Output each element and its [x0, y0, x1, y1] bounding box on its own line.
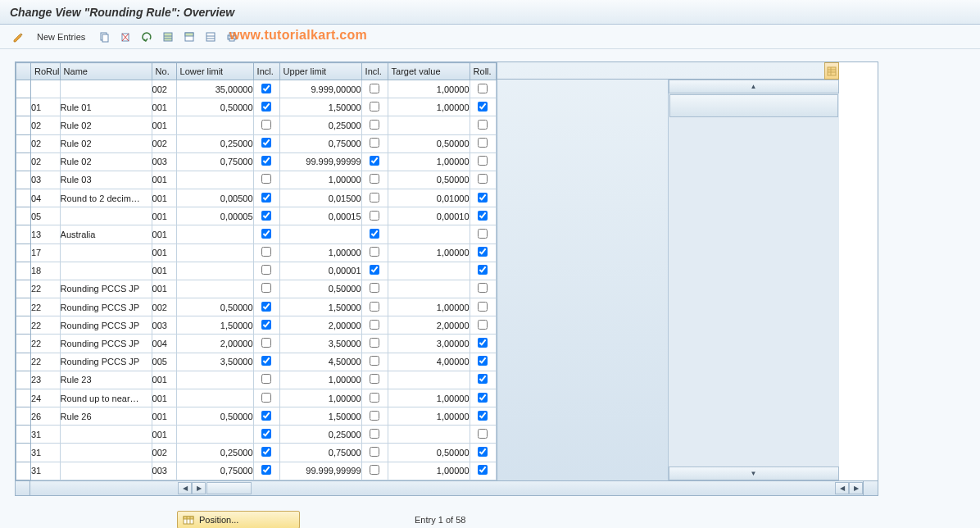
cell-lower[interactable]: 1,50000 — [176, 316, 253, 335]
roll-checkbox[interactable] — [478, 429, 488, 439]
cell-incl2[interactable] — [361, 298, 388, 316]
cell-incl1[interactable] — [253, 98, 279, 116]
cell-upper[interactable]: 0,25000 — [279, 426, 361, 444]
cell-upper[interactable]: 0,25000 — [279, 116, 361, 134]
cell-incl2[interactable] — [361, 262, 388, 280]
cell-no[interactable]: 001 — [152, 225, 176, 244]
undo-icon[interactable] — [138, 29, 155, 45]
cell-name[interactable]: Rule 26 — [60, 407, 152, 426]
cell-rorul[interactable]: 26 — [31, 407, 61, 426]
cell-target[interactable] — [388, 116, 470, 134]
cell-incl1[interactable] — [253, 426, 279, 444]
cell-incl2[interactable] — [361, 171, 388, 189]
horizontal-scrollbar[interactable]: ◀ ▶ — [178, 481, 252, 495]
scroll-left-end-icon[interactable]: ◀ — [835, 482, 849, 494]
cell-roll[interactable] — [470, 298, 496, 316]
position-button[interactable]: Position... — [177, 511, 300, 528]
cell-incl1[interactable] — [253, 225, 279, 244]
incl2-checkbox[interactable] — [370, 120, 379, 130]
cell-upper[interactable]: 3,50000 — [279, 335, 361, 353]
cell-name[interactable]: Rule 02 — [60, 134, 152, 152]
cell-lower[interactable]: 0,75000 — [176, 152, 253, 171]
cell-name[interactable]: Rounding PCCS JP — [60, 298, 152, 316]
row-selector[interactable] — [16, 152, 31, 171]
cell-rorul[interactable]: 23 — [31, 371, 61, 389]
incl1-checkbox[interactable] — [261, 247, 271, 257]
cell-upper[interactable]: 1,50000 — [279, 407, 361, 426]
incl2-checkbox[interactable] — [370, 84, 379, 93]
cell-roll[interactable] — [470, 462, 496, 480]
cell-lower[interactable] — [176, 244, 253, 262]
cell-target[interactable]: 2,00000 — [388, 316, 470, 335]
cell-incl1[interactable] — [253, 244, 279, 262]
cell-incl2[interactable] — [361, 152, 388, 171]
incl1-checkbox[interactable] — [261, 393, 271, 403]
cell-no[interactable]: 002 — [152, 80, 176, 98]
cell-upper[interactable]: 4,50000 — [279, 353, 361, 371]
cell-roll[interactable] — [470, 189, 496, 207]
cell-roll[interactable] — [470, 171, 496, 189]
cell-roll[interactable] — [470, 353, 496, 371]
cell-target[interactable] — [388, 426, 470, 444]
cell-incl2[interactable] — [361, 316, 388, 335]
cell-lower[interactable] — [176, 371, 253, 389]
cell-incl1[interactable] — [253, 262, 279, 280]
incl2-checkbox[interactable] — [370, 374, 379, 384]
roll-checkbox[interactable] — [478, 120, 488, 130]
cell-rorul[interactable]: 01 — [31, 98, 61, 116]
cell-roll[interactable] — [470, 244, 496, 262]
cell-incl2[interactable] — [361, 134, 388, 152]
cell-upper[interactable]: 99.999,99999 — [279, 152, 361, 171]
scroll-right-icon[interactable]: ▶ — [192, 482, 206, 494]
cell-incl2[interactable] — [361, 225, 388, 244]
cell-upper[interactable]: 1,00000 — [279, 371, 361, 389]
select-block-icon[interactable] — [181, 29, 197, 45]
cell-incl2[interactable] — [361, 426, 388, 444]
cell-no[interactable]: 001 — [152, 207, 176, 225]
incl1-checkbox[interactable] — [261, 193, 271, 203]
incl2-checkbox[interactable] — [370, 283, 379, 293]
cell-target[interactable]: 1,00000 — [388, 80, 470, 98]
roll-checkbox[interactable] — [478, 102, 488, 112]
cell-incl2[interactable] — [361, 207, 388, 225]
roll-checkbox[interactable] — [478, 84, 488, 93]
incl2-checkbox[interactable] — [370, 356, 379, 366]
cell-rorul[interactable]: 24 — [31, 389, 61, 407]
cell-name[interactable]: Rule 03 — [60, 171, 152, 189]
cell-roll[interactable] — [470, 426, 496, 444]
deselect-all-icon[interactable] — [202, 29, 219, 45]
incl2-checkbox[interactable] — [370, 465, 379, 475]
roll-checkbox[interactable] — [478, 174, 488, 184]
cell-target[interactable]: 0,50000 — [388, 171, 470, 189]
cell-upper[interactable] — [279, 225, 361, 244]
cell-lower[interactable]: 0,50000 — [176, 407, 253, 426]
cell-rorul[interactable]: 02 — [31, 134, 61, 152]
cell-no[interactable]: 002 — [152, 298, 176, 316]
roll-checkbox[interactable] — [478, 374, 488, 384]
cell-lower[interactable]: 2,00000 — [176, 335, 253, 353]
cell-incl1[interactable] — [253, 189, 279, 207]
cell-target[interactable]: 0,50000 — [388, 444, 470, 462]
cell-incl1[interactable] — [253, 152, 279, 171]
cell-lower[interactable]: 0,50000 — [176, 98, 253, 116]
cell-upper[interactable]: 0,01500 — [279, 189, 361, 207]
cell-upper[interactable]: 1,00000 — [279, 171, 361, 189]
row-selector[interactable] — [16, 407, 31, 426]
cell-upper[interactable]: 1,50000 — [279, 298, 361, 316]
hscroll-thumb[interactable] — [206, 482, 252, 494]
cell-target[interactable]: 1,00000 — [388, 298, 470, 316]
cell-incl1[interactable] — [253, 116, 279, 134]
row-selector[interactable] — [16, 225, 31, 244]
cell-incl2[interactable] — [361, 98, 388, 116]
cell-name[interactable] — [60, 462, 152, 480]
cell-target[interactable] — [388, 371, 470, 389]
scroll-down-icon[interactable]: ▼ — [669, 467, 839, 480]
cell-upper[interactable]: 99.999,99999 — [279, 462, 361, 480]
row-selector[interactable] — [16, 171, 31, 189]
cell-name[interactable]: Rule 23 — [60, 371, 152, 389]
cell-no[interactable]: 001 — [152, 171, 176, 189]
cell-rorul[interactable]: 31 — [31, 444, 61, 462]
cell-name[interactable]: Rounding PCCS JP — [60, 316, 152, 335]
incl1-checkbox[interactable] — [261, 447, 271, 457]
cell-rorul[interactable]: 05 — [31, 207, 61, 225]
